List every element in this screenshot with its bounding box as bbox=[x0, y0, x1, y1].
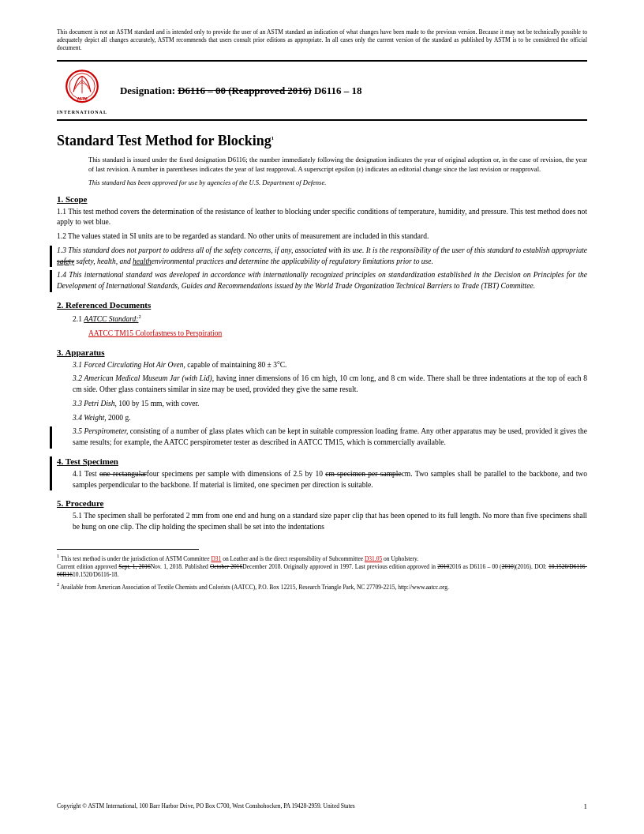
section-referenced: 2. Referenced Documents 2.1 AATCC Standa… bbox=[57, 300, 587, 340]
subtitle-note: This standard is issued under the fixed … bbox=[88, 156, 587, 175]
scope-p2: 1.2 The values stated in SI units are to… bbox=[57, 231, 587, 242]
section-specimen: 4. Test Specimen 4.1 Test one rectangula… bbox=[57, 456, 587, 491]
specimen-heading: 4. Test Specimen bbox=[57, 456, 587, 466]
specimen-p1: 4.1 Test one rectangularfour specimens p… bbox=[73, 469, 587, 491]
svg-text:ASTM: ASTM bbox=[77, 98, 88, 102]
footnote-divider bbox=[57, 549, 199, 550]
page-footer: Copyright © ASTM International, 100 Barr… bbox=[57, 802, 587, 810]
header-row: ASTM INTERNATIONAL Designation: D6116 – … bbox=[57, 60, 587, 121]
aatcc-link[interactable]: AATCC TM15 Colorfastness to Perspiration bbox=[88, 329, 222, 337]
copyright-text: Copyright © ASTM International, 100 Barr… bbox=[57, 802, 355, 810]
title-superscript: 1 bbox=[271, 135, 274, 141]
designation-area: Designation: D6116 – 00 (Reapproved 2016… bbox=[120, 84, 587, 98]
scope-p1: 1.1 This test method covers the determin… bbox=[57, 207, 587, 229]
scope-p3: 1.3 This standard does not purport to ad… bbox=[57, 246, 587, 268]
document-title: Standard Test Method for Blocking1 bbox=[57, 132, 587, 150]
apparatus-p3: 3.3 Petri Dish, 100 by 15 mm, with cover… bbox=[73, 399, 587, 410]
apparatus-heading: 3. Apparatus bbox=[57, 348, 587, 357]
referenced-heading: 2. Referenced Documents bbox=[57, 300, 587, 310]
apparatus-p4: 3.4 Weight, 2000 g. bbox=[73, 413, 587, 424]
designation-old: D6116 – 00 (Reapproved 2016) bbox=[178, 85, 311, 96]
section-procedure: 5. Procedure 5.1 The specimen shall be p… bbox=[57, 498, 587, 533]
document-page: This document is not an ASTM standard an… bbox=[0, 0, 644, 834]
section-scope: 1. Scope 1.1 This test method covers the… bbox=[57, 194, 587, 292]
designation-line: Designation: D6116 – 00 (Reapproved 2016… bbox=[120, 84, 587, 98]
procedure-heading: 5. Procedure bbox=[57, 498, 587, 508]
scope-heading: 1. Scope bbox=[57, 194, 587, 204]
scope-p4: 1.4 This international standard was deve… bbox=[57, 270, 587, 292]
referenced-link: AATCC TM15 Colorfastness to Perspiration bbox=[88, 329, 587, 340]
logo-international-text: INTERNATIONAL bbox=[57, 110, 107, 115]
top-notice: This document is not an ASTM standard an… bbox=[57, 28, 587, 52]
designation-new: D6116 – 18 bbox=[314, 85, 362, 96]
logo-area: ASTM INTERNATIONAL bbox=[57, 66, 107, 115]
section-apparatus: 3. Apparatus 3.1 Forced Circulating Hot … bbox=[57, 348, 587, 449]
footnote-2: 2 Available from American Association of… bbox=[57, 581, 587, 592]
apparatus-p2: 3.2 American Medical Museum Jar (with Li… bbox=[73, 374, 587, 396]
procedure-p1: 5.1 The specimen shall be perforated 2 m… bbox=[73, 511, 587, 533]
page-number: 1 bbox=[584, 802, 588, 810]
footnote-1: 1 This test method is under the jurisdic… bbox=[57, 553, 587, 579]
designation-label: Designation: bbox=[120, 85, 178, 96]
fn1-link1[interactable]: D31 bbox=[211, 555, 221, 562]
title-block: Standard Test Method for Blocking1 This … bbox=[57, 132, 587, 186]
astm-logo: ASTM bbox=[61, 66, 103, 109]
footnotes-area: 1 This test method is under the jurisdic… bbox=[57, 549, 587, 592]
fn2-sup: 2 bbox=[138, 314, 140, 319]
apparatus-p5: 3.5 Perspirometer, consisting of a numbe… bbox=[73, 426, 587, 449]
referenced-p1: 2.1 AATCC Standard:2 bbox=[73, 313, 587, 325]
apparatus-p1: 3.1 Forced Circulating Hot Air Oven, cap… bbox=[73, 360, 587, 371]
defense-note: This standard has been approved for use … bbox=[88, 178, 587, 186]
fn1-link2[interactable]: D31.05 bbox=[365, 555, 382, 562]
